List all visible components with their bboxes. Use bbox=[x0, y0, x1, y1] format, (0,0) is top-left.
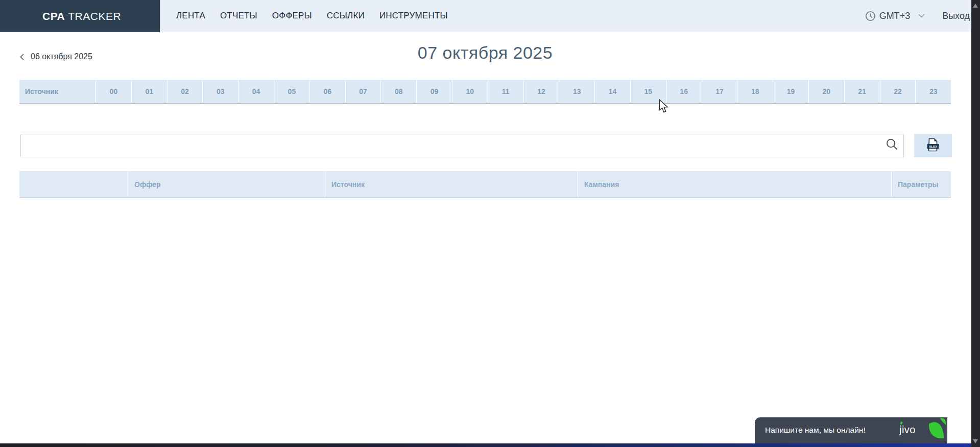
hour-cell-05: 05 bbox=[274, 80, 309, 103]
export-xlsx-button[interactable]: XLSX bbox=[914, 134, 952, 157]
hour-cell-03: 03 bbox=[202, 80, 238, 103]
hour-cell-01: 01 bbox=[131, 80, 167, 103]
column-header-campaign: Кампания bbox=[578, 171, 891, 197]
hour-cell-17: 17 bbox=[702, 80, 737, 103]
jivo-brand-label: jivo bbox=[899, 424, 916, 436]
hour-cell-23: 23 bbox=[915, 80, 951, 103]
hour-cell-15: 15 bbox=[630, 80, 666, 103]
hour-strip-source-label: Источник bbox=[19, 80, 95, 103]
hour-cell-08: 08 bbox=[380, 80, 416, 103]
hour-cell-09: 09 bbox=[416, 80, 452, 103]
timezone-label: GMT+3 bbox=[879, 11, 911, 21]
scroll-up-arrow-icon[interactable] bbox=[973, 4, 978, 8]
app-logo[interactable]: CPA TRACKER bbox=[0, 0, 160, 32]
column-header-params: Параметры bbox=[891, 171, 951, 197]
hour-cell-14: 14 bbox=[594, 80, 630, 103]
nav-item-offers[interactable]: ОФФЕРЫ bbox=[272, 11, 312, 21]
column-header-empty bbox=[19, 171, 128, 197]
column-header-offer: Оффер bbox=[128, 171, 325, 197]
hour-cell-21: 21 bbox=[844, 80, 880, 103]
hour-cell-13: 13 bbox=[559, 80, 594, 103]
search-icon[interactable] bbox=[886, 138, 899, 151]
hour-strip: Источник 0001020304050607080910111213141… bbox=[19, 80, 951, 104]
search-input[interactable] bbox=[20, 134, 904, 157]
clock-icon bbox=[865, 11, 876, 21]
hour-cell-02: 02 bbox=[167, 80, 203, 103]
hour-cell-19: 19 bbox=[773, 80, 808, 103]
page: CPA TRACKER ЛЕНТА ОТЧЕТЫ ОФФЕРЫ ССЫЛКИ И… bbox=[0, 0, 980, 447]
hour-cell-20: 20 bbox=[808, 80, 844, 103]
hour-cell-18: 18 bbox=[737, 80, 773, 103]
hour-cell-12: 12 bbox=[523, 80, 559, 103]
hour-cell-00: 00 bbox=[95, 80, 131, 103]
chevron-down-icon bbox=[918, 14, 925, 18]
xlsx-file-icon: XLSX bbox=[926, 138, 940, 153]
jivo-leaf-icon bbox=[928, 418, 946, 440]
results-table-header: Оффер Источник Кампания Параметры bbox=[19, 171, 951, 198]
scrollbar-track[interactable] bbox=[971, 0, 980, 447]
hour-cell-10: 10 bbox=[452, 80, 488, 103]
logo-rest: TRACKER bbox=[68, 10, 121, 22]
timezone-selector[interactable]: GMT+3 bbox=[865, 11, 925, 21]
nav-item-tools[interactable]: ИНСТРУМЕНТЫ bbox=[379, 11, 448, 21]
top-bar-right: GMT+3 Выход bbox=[865, 0, 970, 32]
bottom-edge-strip bbox=[0, 443, 971, 447]
chat-message: Напишите нам, мы онлайн! bbox=[765, 426, 866, 435]
chat-widget[interactable]: Напишите нам, мы онлайн! jivo bbox=[755, 417, 947, 443]
hour-cell-11: 11 bbox=[488, 80, 523, 103]
hour-cell-22: 22 bbox=[880, 80, 916, 103]
logout-link[interactable]: Выход bbox=[942, 11, 970, 21]
scroll-down-arrow-icon[interactable] bbox=[973, 439, 978, 443]
nav-item-links[interactable]: ССЫЛКИ bbox=[327, 11, 365, 21]
hour-cell-16: 16 bbox=[666, 80, 702, 103]
hour-cell-07: 07 bbox=[345, 80, 381, 103]
page-title: 07 октября 2025 bbox=[19, 43, 951, 63]
column-header-source: Источник bbox=[325, 171, 578, 197]
nav-item-reports[interactable]: ОТЧЕТЫ bbox=[220, 11, 257, 21]
logo-bold: CPA bbox=[42, 10, 65, 22]
hour-cell-04: 04 bbox=[238, 80, 274, 103]
nav-item-lenta[interactable]: ЛЕНТА bbox=[176, 11, 205, 21]
main-nav: ЛЕНТА ОТЧЕТЫ ОФФЕРЫ ССЫЛКИ ИНСТРУМЕНТЫ bbox=[176, 0, 448, 32]
hour-cell-06: 06 bbox=[309, 80, 345, 103]
svg-text:XLSX: XLSX bbox=[929, 145, 938, 148]
